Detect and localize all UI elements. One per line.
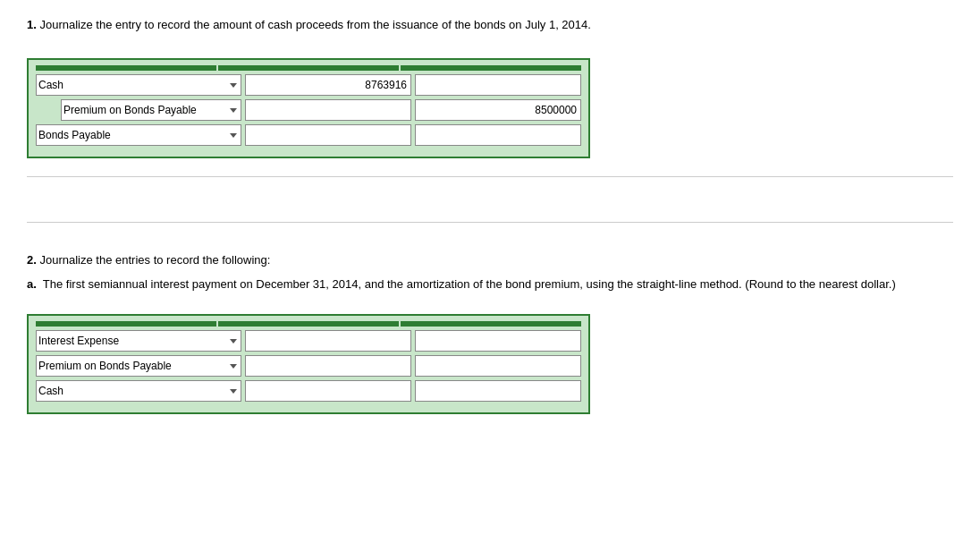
journal-row-a3: Cash Bonds Payable Premium on Bonds Paya…: [36, 380, 581, 402]
account-cell-a1: Cash Bonds Payable Premium on Bonds Paya…: [36, 330, 241, 352]
header-bar: [401, 65, 581, 71]
account-cell-1: Cash Bonds Payable Premium on Bonds Paya…: [36, 74, 241, 96]
debit-input-a3[interactable]: [245, 380, 411, 402]
debit-input-3[interactable]: [245, 124, 411, 146]
account-select-1[interactable]: Cash Bonds Payable Premium on Bonds Paya…: [36, 74, 241, 96]
journal-row-1: Cash Bonds Payable Premium on Bonds Paya…: [36, 74, 581, 96]
journal-row-3: Cash Bonds Payable Premium on Bonds Paya…: [36, 124, 581, 146]
account-cell-a3: Cash Bonds Payable Premium on Bonds Paya…: [36, 380, 241, 402]
header-bar: [36, 321, 216, 327]
header-bar: [218, 65, 399, 71]
journal-row-2: Cash Bonds Payable Premium on Bonds Paya…: [36, 99, 581, 121]
account-select-a1[interactable]: Cash Bonds Payable Premium on Bonds Paya…: [36, 330, 241, 352]
header-bar: [36, 65, 216, 71]
debit-input-1[interactable]: [245, 74, 411, 96]
debit-cell-a2: [245, 355, 411, 377]
debit-cell-2: [245, 99, 411, 121]
header-bar: [218, 321, 399, 327]
account-cell-2: Cash Bonds Payable Premium on Bonds Paya…: [36, 99, 241, 121]
credit-input-1[interactable]: [415, 74, 581, 96]
credit-input-a1[interactable]: [415, 330, 581, 352]
credit-cell-3: [415, 124, 581, 146]
credit-input-a3[interactable]: [415, 380, 581, 402]
credit-cell-a2: [415, 355, 581, 377]
credit-input-3[interactable]: [415, 124, 581, 146]
journal-header-2: [36, 321, 581, 327]
account-select-2[interactable]: Cash Bonds Payable Premium on Bonds Paya…: [61, 99, 241, 121]
credit-cell-a3: [415, 380, 581, 402]
credit-cell-2: [415, 99, 581, 121]
header-bar: [401, 321, 581, 327]
journal-table-1: Cash Bonds Payable Premium on Bonds Paya…: [27, 58, 590, 158]
credit-cell-a1: [415, 330, 581, 352]
journal-row-a1: Cash Bonds Payable Premium on Bonds Paya…: [36, 330, 581, 352]
account-cell-3: Cash Bonds Payable Premium on Bonds Paya…: [36, 124, 241, 146]
journal-table-2: Cash Bonds Payable Premium on Bonds Paya…: [27, 314, 590, 414]
journal-row-a2: Cash Bonds Payable Premium on Bonds Paya…: [36, 355, 581, 377]
debit-cell-a1: [245, 330, 411, 352]
account-cell-a2: Cash Bonds Payable Premium on Bonds Paya…: [36, 355, 241, 377]
credit-cell-1: [415, 74, 581, 96]
account-select-a3[interactable]: Cash Bonds Payable Premium on Bonds Paya…: [36, 380, 241, 402]
divider-2: [27, 222, 953, 223]
account-select-3[interactable]: Cash Bonds Payable Premium on Bonds Paya…: [36, 124, 241, 146]
debit-cell-1: [245, 74, 411, 96]
credit-input-a2[interactable]: [415, 355, 581, 377]
journal-header-1: [36, 65, 581, 71]
debit-input-a1[interactable]: [245, 330, 411, 352]
debit-input-2[interactable]: [245, 99, 411, 121]
credit-input-2[interactable]: [415, 99, 581, 121]
debit-input-a2[interactable]: [245, 355, 411, 377]
section2-sub-a-label: a. The first semiannual interest payment…: [27, 277, 953, 291]
debit-cell-3: [245, 124, 411, 146]
account-select-a2[interactable]: Cash Bonds Payable Premium on Bonds Paya…: [36, 355, 241, 377]
divider-1: [27, 176, 953, 177]
section1-label: 1. Journalize the entry to record the am…: [27, 18, 953, 31]
section2-label: 2. Journalize the entries to record the …: [27, 253, 953, 267]
debit-cell-a3: [245, 380, 411, 402]
